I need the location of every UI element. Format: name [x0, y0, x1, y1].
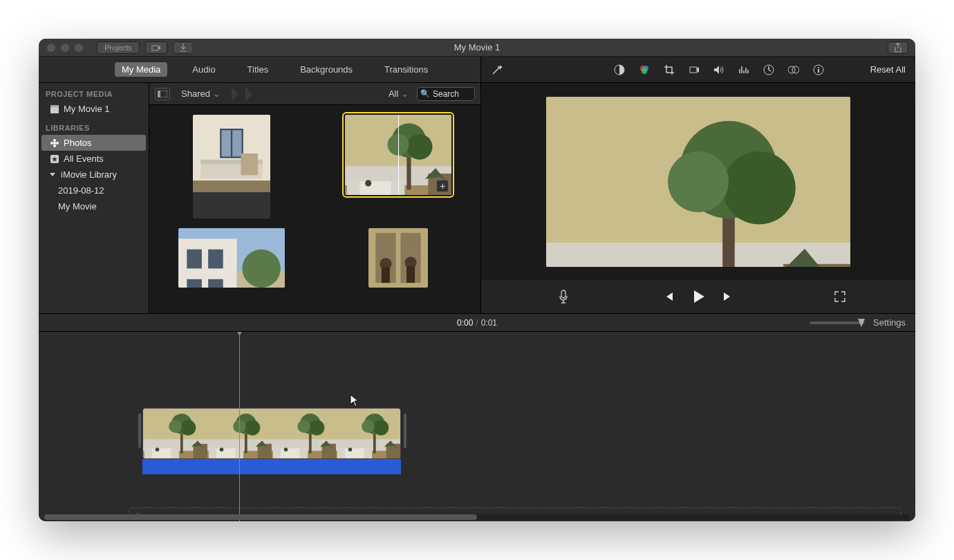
svg-rect-56 — [818, 69, 819, 73]
download-button[interactable] — [173, 41, 194, 54]
add-to-timeline-button[interactable]: + — [436, 180, 449, 192]
sidebar-section-libraries: LIBRARIES — [39, 121, 149, 135]
sidebar-imovie-library[interactable]: iMovie Library — [39, 167, 149, 183]
search-input[interactable]: 🔍 Search — [417, 87, 475, 101]
browser-toolbar: Shared ⌄ All ⌄ 🔍 Search — [149, 83, 480, 105]
clip-filter-icon[interactable] — [787, 64, 800, 76]
next-button[interactable] — [722, 290, 734, 303]
chevron-right-icon — [232, 87, 240, 101]
chevron-updown-icon: ⌄ — [401, 88, 409, 99]
flower-icon — [50, 138, 59, 148]
sidebar: PROJECT MEDIA My Movie 1 LIBRARIES Photo… — [39, 83, 149, 313]
tab-transitions[interactable]: Transitions — [377, 62, 435, 77]
app-window: Projects My Movie 1 My Media Audio Title… — [39, 39, 915, 521]
media-grid: + — [149, 105, 480, 313]
stabilization-icon[interactable] — [688, 64, 700, 76]
speed-icon[interactable] — [763, 64, 775, 76]
sidebar-photos[interactable]: Photos — [41, 135, 146, 151]
clip-audio-track[interactable] — [142, 459, 401, 474]
color-correction-icon[interactable] — [638, 64, 651, 76]
sidebar-photos-label: Photos — [64, 138, 91, 148]
search-icon: 🔍 — [420, 89, 430, 98]
sidebar-project[interactable]: My Movie 1 — [39, 101, 149, 117]
reset-all-button[interactable]: Reset All — [870, 64, 906, 75]
timeline-total-time: 0:01 — [481, 318, 497, 328]
star-icon — [50, 154, 59, 164]
chevron-updown-icon: ⌄ — [213, 88, 221, 99]
filter-all[interactable]: All ⌄ — [384, 87, 413, 100]
timeline-header: 0:00 / 0:01 Settings — [39, 314, 915, 332]
svg-point-53 — [792, 66, 799, 73]
media-tabs: My Media Audio Titles Backgrounds Transi… — [39, 57, 480, 83]
share-button[interactable] — [888, 41, 908, 54]
svg-point-40 — [53, 144, 56, 147]
chevron-right-icon — [245, 87, 254, 101]
clip-handle-left[interactable] — [138, 413, 141, 448]
playback-controls — [481, 280, 915, 313]
fullscreen-icon[interactable] — [834, 290, 846, 303]
sidebar-section-project: PROJECT MEDIA — [39, 87, 149, 101]
svg-rect-57 — [561, 290, 565, 298]
settings-button[interactable]: Settings — [873, 317, 906, 328]
breadcrumb-shared[interactable]: Shared ⌄ — [176, 87, 226, 100]
close-window[interactable] — [47, 44, 55, 52]
svg-rect-37 — [50, 105, 59, 107]
search-placeholder: Search — [433, 89, 459, 99]
svg-rect-35 — [152, 46, 158, 50]
prev-button[interactable] — [662, 290, 675, 303]
tab-audio[interactable]: Audio — [185, 62, 222, 77]
scrollbar-thumb[interactable] — [44, 514, 477, 520]
color-balance-icon[interactable] — [613, 64, 626, 76]
sidebar-imovie-library-label: iMovie Library — [61, 169, 117, 180]
sidebar-toggle-icon[interactable] — [155, 88, 170, 100]
svg-point-42 — [56, 142, 59, 144]
sidebar-all-events-label: All Events — [64, 153, 104, 164]
svg-rect-50 — [690, 67, 697, 73]
tab-my-media[interactable]: My Media — [115, 62, 167, 77]
media-thumb-selected[interactable]: + — [345, 115, 451, 195]
sidebar-event-date[interactable]: 2019-08-12 — [39, 183, 149, 198]
zoom-slider[interactable] — [810, 321, 865, 324]
noise-reduction-icon[interactable] — [738, 64, 750, 76]
mouse-cursor — [350, 394, 359, 408]
disclosure-triangle-icon — [50, 173, 55, 176]
minimize-window[interactable] — [61, 44, 69, 52]
svg-point-49 — [642, 68, 647, 74]
preview-viewer[interactable] — [481, 83, 915, 280]
enhance-icon[interactable] — [491, 64, 503, 76]
tab-titles[interactable]: Titles — [241, 62, 276, 77]
info-icon[interactable] — [812, 64, 825, 76]
play-button[interactable] — [690, 288, 707, 305]
media-thumb[interactable] — [178, 228, 285, 288]
svg-point-52 — [788, 66, 795, 73]
svg-point-39 — [53, 139, 56, 142]
import-button[interactable] — [145, 41, 167, 54]
window-controls — [39, 44, 83, 52]
volume-icon[interactable] — [713, 64, 725, 76]
media-thumb[interactable] — [368, 228, 428, 288]
crop-icon[interactable] — [663, 64, 675, 76]
timeline-body[interactable]: ♫ — [39, 332, 915, 521]
skimmer-line — [398, 115, 399, 195]
sidebar-project-label: My Movie 1 — [64, 104, 109, 114]
media-thumb[interactable] — [193, 115, 270, 218]
timeline-scrollbar[interactable] — [44, 514, 910, 520]
clapper-icon — [50, 104, 59, 114]
playhead[interactable] — [239, 332, 240, 521]
titlebar: Projects My Movie 1 — [39, 39, 915, 57]
timeline: 0:00 / 0:01 Settings — [39, 314, 915, 521]
svg-point-41 — [50, 142, 53, 144]
svg-point-55 — [818, 67, 819, 68]
sidebar-event-movie[interactable]: My Movie — [39, 198, 149, 214]
sidebar-all-events[interactable]: All Events — [39, 151, 149, 167]
clip[interactable] — [142, 408, 401, 474]
svg-rect-36 — [50, 107, 59, 113]
preview-panel: Reset All — [481, 57, 915, 313]
projects-button[interactable]: Projects — [97, 41, 140, 54]
zoom-window[interactable] — [75, 44, 83, 52]
tab-backgrounds[interactable]: Backgrounds — [293, 62, 359, 77]
voiceover-icon[interactable] — [557, 290, 570, 303]
svg-point-38 — [53, 142, 56, 144]
svg-rect-45 — [158, 91, 160, 97]
clip-handle-right[interactable] — [404, 413, 406, 448]
